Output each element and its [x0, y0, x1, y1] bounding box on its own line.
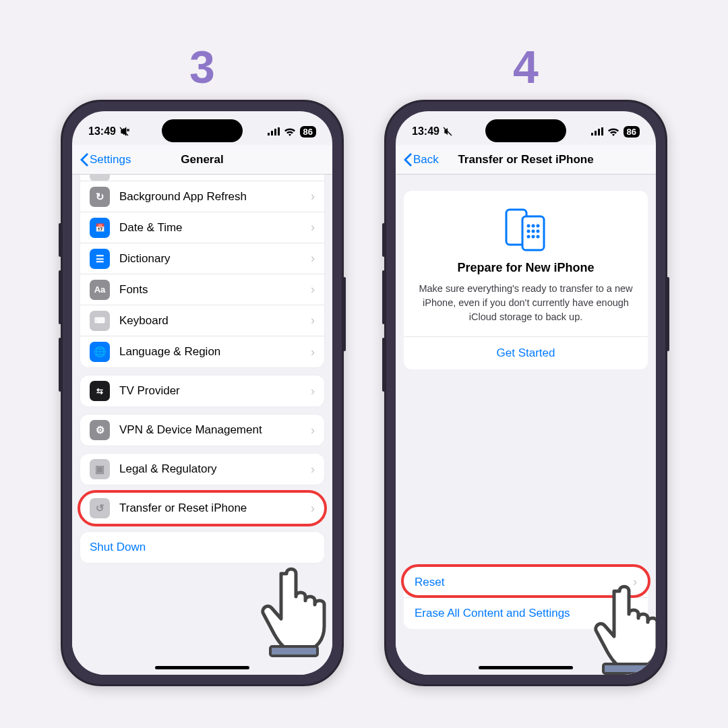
row-language-region[interactable]: 🌐 Language & Region ›: [80, 336, 324, 367]
chevron-right-icon: ›: [311, 345, 315, 359]
row-label: Background App Refresh: [119, 190, 311, 204]
row-vpn-management[interactable]: ⚙ VPN & Device Management ›: [80, 415, 324, 446]
chevron-right-icon: ›: [311, 423, 315, 437]
chevron-right-icon: ›: [311, 189, 315, 204]
svg-rect-12: [522, 216, 544, 250]
chevron-right-icon: ›: [311, 220, 315, 235]
signal-icon: [591, 127, 603, 135]
signal-icon: [268, 127, 280, 135]
svg-point-13: [527, 224, 530, 228]
chevron-right-icon: ›: [311, 384, 315, 398]
svg-point-17: [532, 230, 535, 233]
chevron-right-icon: ›: [311, 502, 315, 516]
svg-rect-4: [278, 127, 280, 135]
tap-cursor-icon: [258, 556, 332, 657]
dynamic-island: [485, 119, 566, 142]
svg-point-18: [537, 230, 540, 233]
svg-rect-5: [270, 646, 317, 656]
back-label: Settings: [90, 153, 131, 166]
dynamic-island: [162, 119, 243, 142]
refresh-icon: ↻: [90, 187, 110, 207]
chevron-right-icon: ›: [311, 462, 315, 477]
mute-icon: [119, 126, 129, 137]
step-number-4: 4: [513, 40, 539, 93]
step-number-3: 3: [189, 40, 215, 93]
back-label: Back: [413, 153, 439, 166]
row-tv-provider[interactable]: ⇆ TV Provider ›: [80, 375, 324, 406]
battery-badge: 86: [624, 126, 640, 138]
row-dictionary[interactable]: ☰ Dictionary ›: [80, 243, 324, 274]
row-label: Legal & Regulatory: [119, 462, 311, 476]
prepare-card: Prepare for New iPhone Make sure everyth…: [404, 191, 648, 369]
chevron-right-icon: ›: [311, 282, 315, 297]
wifi-icon: [284, 127, 296, 136]
calendar-icon: 📅: [90, 218, 110, 238]
transfer-devices-icon: [502, 208, 549, 251]
svg-rect-3: [274, 129, 276, 135]
svg-point-16: [527, 230, 530, 233]
row-label: Language & Region: [119, 345, 311, 359]
key-icon: ⋯: [90, 175, 110, 181]
row-fonts[interactable]: Aa Fonts ›: [80, 274, 324, 305]
row-label: TV Provider: [119, 384, 311, 398]
row-label: Keyboard: [119, 314, 311, 328]
wifi-icon: [607, 127, 619, 136]
back-button[interactable]: Settings: [80, 153, 131, 166]
row-autofill-passwords[interactable]: ⋯ AutoFill & Passwords ›: [80, 175, 324, 181]
svg-rect-10: [601, 127, 603, 135]
chevron-left-icon: [404, 153, 412, 166]
home-indicator[interactable]: [155, 666, 249, 669]
chevron-right-icon: ›: [311, 175, 315, 178]
svg-point-19: [527, 235, 530, 239]
home-indicator[interactable]: [479, 666, 573, 669]
keyboard-icon: ⌨: [90, 311, 110, 331]
phone-mockup-left: 13:49 86 Settings General: [61, 100, 344, 686]
svg-point-20: [532, 235, 535, 239]
chevron-right-icon: ›: [311, 313, 315, 328]
svg-rect-7: [591, 133, 593, 135]
reset-icon: ↺: [90, 498, 110, 518]
row-legal[interactable]: ▣ Legal & Regulatory ›: [80, 454, 324, 485]
row-transfer-reset[interactable]: ↺ Transfer or Reset iPhone ›: [80, 493, 324, 524]
row-date-time[interactable]: 📅 Date & Time ›: [80, 212, 324, 243]
battery-badge: 86: [300, 126, 316, 138]
svg-point-14: [532, 224, 535, 228]
back-button[interactable]: Back: [404, 153, 439, 166]
chevron-left-icon: [80, 153, 88, 166]
card-body: Make sure everything's ready to transfer…: [416, 282, 636, 324]
row-background-refresh[interactable]: ↻ Background App Refresh ›: [80, 181, 324, 212]
fonts-icon: Aa: [90, 280, 110, 300]
phone-mockup-right: 13:49 86 Back Transfer or Reset iPhone: [384, 100, 667, 686]
tap-cursor-icon: [591, 574, 656, 675]
gear-icon: ⚙: [90, 420, 110, 440]
card-heading: Prepare for New iPhone: [457, 261, 594, 275]
nav-title: Transfer or Reset iPhone: [458, 153, 593, 166]
row-label: Shut Down: [90, 541, 315, 554]
mute-icon: [442, 126, 453, 137]
svg-rect-1: [268, 133, 270, 135]
chevron-right-icon: ›: [311, 251, 315, 266]
svg-rect-2: [271, 131, 273, 135]
certificate-icon: ▣: [90, 459, 110, 479]
nav-bar: Back Transfer or Reset iPhone: [396, 145, 656, 175]
get-started-button[interactable]: Get Started: [416, 337, 636, 369]
row-label: Date & Time: [119, 221, 311, 235]
row-keyboard[interactable]: ⌨ Keyboard ›: [80, 305, 324, 336]
book-icon: ☰: [90, 249, 110, 269]
tv-icon: ⇆: [90, 381, 110, 401]
svg-rect-8: [595, 131, 597, 135]
nav-bar: Settings General: [72, 145, 332, 175]
nav-title: General: [181, 153, 223, 166]
svg-point-15: [537, 224, 540, 228]
svg-point-21: [537, 235, 540, 239]
svg-rect-22: [603, 664, 650, 673]
row-label: AutoFill & Passwords: [119, 175, 311, 177]
row-label: Fonts: [119, 283, 311, 297]
row-label: Transfer or Reset iPhone: [119, 502, 311, 515]
status-time: 13:49: [88, 125, 116, 138]
row-label: Dictionary: [119, 252, 311, 266]
svg-rect-9: [598, 129, 600, 135]
row-label: VPN & Device Management: [119, 423, 311, 437]
globe-icon: 🌐: [90, 342, 110, 362]
status-time: 13:49: [412, 125, 439, 138]
